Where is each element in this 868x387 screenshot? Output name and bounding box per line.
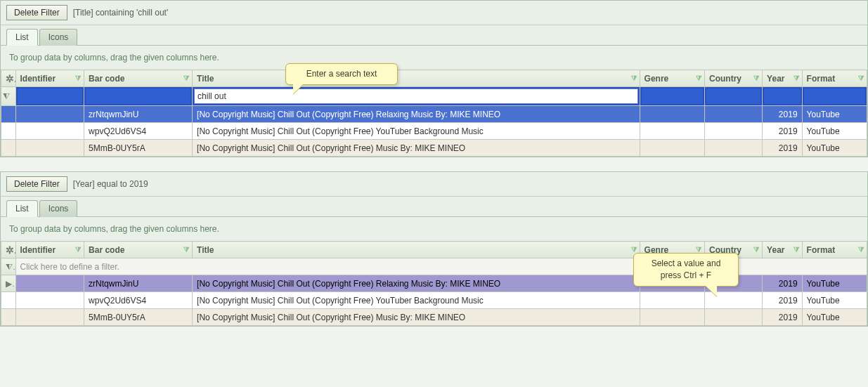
cell-identifier[interactable] (15, 123, 84, 140)
funnel-icon[interactable]: ⧩ (793, 74, 799, 83)
col-header-country[interactable]: Country⧩ (704, 70, 762, 87)
cell-format[interactable]: YouTube (802, 275, 867, 292)
filter-cell-country[interactable] (704, 87, 762, 106)
col-header-genre[interactable]: Genre⧩ (640, 70, 704, 87)
table-row[interactable]: 5MmB-0UY5rA [No Copyright Music] Chill O… (1, 309, 867, 326)
cell-year[interactable]: 2019 (763, 309, 802, 326)
cell-genre[interactable] (640, 309, 704, 326)
select-all-header[interactable]: ✲ (1, 70, 16, 87)
cell-format[interactable]: YouTube (802, 123, 867, 140)
cell-year[interactable]: 2019 (763, 275, 802, 292)
cell-country[interactable] (704, 309, 762, 326)
funnel-icon[interactable]: ⧩ (183, 74, 189, 83)
cell-format[interactable]: YouTube (802, 292, 867, 309)
cell-genre[interactable] (640, 292, 704, 309)
cell-barcode[interactable]: 5MmB-0UY5rA (84, 140, 193, 157)
cell-genre[interactable] (640, 140, 704, 157)
cell-title[interactable]: [No Copyright Music] Chill Out (Copyrigh… (193, 140, 640, 157)
row-indicator (1, 106, 16, 123)
cell-country[interactable] (704, 106, 762, 123)
cell-identifier[interactable] (15, 292, 84, 309)
cell-genre[interactable] (640, 123, 704, 140)
row-indicator: ▶ (1, 275, 16, 292)
col-header-barcode[interactable]: Bar code⧩ (84, 242, 193, 258)
cell-identifier[interactable] (15, 106, 84, 123)
tab-list[interactable]: List (6, 200, 38, 217)
cell-format[interactable]: YouTube (802, 106, 867, 123)
filter-cell-genre[interactable] (640, 87, 704, 106)
delete-filter-button[interactable]: Delete Filter (6, 5, 67, 20)
view-tabs: List Icons (1, 197, 867, 217)
funnel-icon[interactable]: ⧩ (858, 74, 864, 83)
table-row[interactable]: 5MmB-0UY5rA [No Copyright Music] Chill O… (1, 140, 867, 157)
filter-cell-format[interactable] (802, 87, 867, 106)
cell-identifier[interactable] (15, 140, 84, 157)
funnel-icon[interactable]: ⧩ (75, 246, 81, 254)
funnel-icon[interactable]: ⧩ (753, 74, 759, 83)
cell-barcode[interactable]: zrNtqwmJinU (84, 106, 193, 123)
cell-title[interactable]: [No Copyright Music] Chill Out (Copyrigh… (193, 123, 640, 140)
cell-barcode[interactable]: wpvQ2Ud6VS4 (84, 123, 193, 140)
table-row[interactable]: zrNtqwmJinU [No Copyright Music] Chill O… (1, 106, 867, 123)
col-header-title[interactable]: Title⧩ (193, 242, 640, 258)
delete-filter-button[interactable]: Delete Filter (6, 176, 67, 192)
cell-barcode[interactable]: zrNtqwmJinU (84, 275, 193, 292)
cell-country[interactable] (704, 140, 762, 157)
cell-barcode[interactable]: wpvQ2Ud6VS4 (84, 292, 193, 309)
tab-icons[interactable]: Icons (39, 29, 78, 46)
filter-cell-barcode[interactable] (84, 87, 193, 106)
cell-year[interactable]: 2019 (763, 106, 802, 123)
cell-title[interactable]: [No Copyright Music] Chill Out (Copyrigh… (193, 275, 640, 292)
cell-year[interactable]: 2019 (763, 123, 802, 140)
cell-format[interactable]: YouTube (802, 309, 867, 326)
filter-input-title[interactable] (194, 88, 638, 104)
funnel-icon: ⧨ (3, 91, 10, 101)
cell-barcode[interactable]: 5MmB-0UY5rA (84, 309, 193, 326)
filter-cell-year[interactable] (763, 87, 802, 106)
funnel-icon[interactable]: ⧩ (631, 74, 637, 83)
group-by-hint[interactable]: To group data by columns, drag the given… (1, 217, 867, 241)
tab-icons[interactable]: Icons (39, 200, 78, 217)
tab-list[interactable]: List (6, 29, 38, 46)
row-indicator (1, 309, 16, 326)
col-header-identifier[interactable]: Identifier⧩ (15, 242, 84, 258)
header-row: ✲ Identifier⧩ Bar code⧩ Title⧩ Genre⧩ Co… (1, 70, 867, 87)
filter-bar: Delete Filter [Title] containing 'chill … (1, 1, 867, 25)
filter-row: ⧨ (1, 87, 867, 106)
funnel-icon[interactable]: ⧩ (696, 74, 701, 83)
filter-cell-title[interactable] (193, 87, 640, 106)
filter-row-indicator: ⧨ (1, 87, 16, 106)
group-by-hint[interactable]: To group data by columns, drag the given… (1, 46, 867, 70)
star-icon: ✲ (6, 244, 15, 256)
cell-year[interactable]: 2019 (763, 292, 802, 309)
cell-year[interactable]: 2019 (763, 140, 802, 157)
row-indicator (1, 140, 16, 157)
callout-text-line2: press Ctrl + F (661, 270, 711, 280)
cell-title[interactable]: [No Copyright Music] Chill Out (Copyrigh… (193, 292, 640, 309)
col-header-year[interactable]: Year⧩ (763, 242, 802, 258)
col-header-format[interactable]: Format⧩ (802, 70, 867, 87)
table-row[interactable]: wpvQ2Ud6VS4 [No Copyright Music] Chill O… (1, 292, 867, 309)
filter-cell-identifier[interactable] (15, 87, 84, 106)
cell-title[interactable]: [No Copyright Music] Chill Out (Copyrigh… (193, 106, 640, 123)
col-header-year[interactable]: Year⧩ (763, 70, 802, 87)
funnel-icon[interactable]: ⧩ (858, 246, 864, 254)
col-header-title[interactable]: Title⧩ (193, 70, 640, 87)
col-header-barcode[interactable]: Bar code⧩ (84, 70, 193, 87)
row-indicator (1, 292, 16, 309)
cell-identifier[interactable] (15, 309, 84, 326)
cell-format[interactable]: YouTube (802, 140, 867, 157)
select-all-header[interactable]: ✲ (1, 242, 16, 258)
cell-identifier[interactable] (15, 275, 84, 292)
cell-genre[interactable] (640, 106, 704, 123)
cell-title[interactable]: [No Copyright Music] Chill Out (Copyrigh… (193, 309, 640, 326)
funnel-icon[interactable]: ⧩ (75, 74, 81, 83)
funnel-icon[interactable]: ⧩ (753, 246, 759, 254)
col-header-identifier[interactable]: Identifier⧩ (15, 70, 84, 87)
funnel-icon[interactable]: ⧩ (183, 246, 189, 254)
col-header-format[interactable]: Format⧩ (802, 242, 867, 258)
filter-placeholder-text[interactable]: Click here to define a filter. (15, 258, 867, 275)
funnel-icon[interactable]: ⧩ (793, 246, 799, 254)
cell-country[interactable] (704, 123, 762, 140)
table-row[interactable]: wpvQ2Ud6VS4 [No Copyright Music] Chill O… (1, 123, 867, 140)
